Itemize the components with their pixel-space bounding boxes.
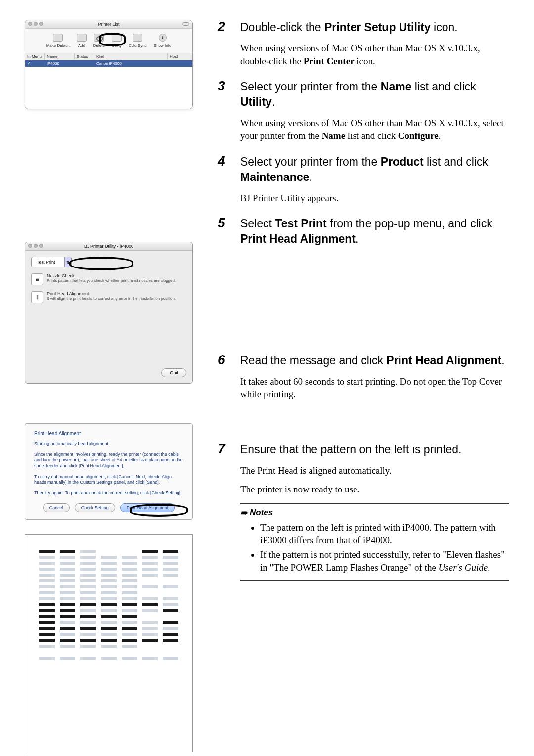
col-kind[interactable]: Kind: [94, 53, 168, 60]
minimize-icon[interactable]: [34, 22, 38, 26]
step-6: 6 Read the message and click Print Head …: [218, 353, 509, 407]
cancel-button[interactable]: Cancel: [43, 503, 70, 512]
dialog-title: Print Head Alignment: [34, 431, 183, 436]
minimize-icon[interactable]: [34, 244, 38, 248]
dialog-text: To carry out manual head alignment, clic…: [34, 474, 183, 486]
step-number: 7: [218, 442, 232, 581]
step-heading: Read the message and click Print Head Al…: [240, 353, 509, 368]
step-body: The printer is now ready to use.: [240, 483, 509, 496]
colorsync-icon: [133, 34, 142, 42]
step-number: 2: [218, 20, 232, 74]
toolbar-utility[interactable]: Utility: [112, 34, 122, 48]
toolbar-toggle-icon[interactable]: [182, 22, 189, 26]
window-title: BJ Printer Utility - iP4000: [84, 244, 134, 249]
note-item: If the pattern is not printed successful…: [260, 548, 509, 574]
step-heading: Ensure that the pattern on the left is p…: [240, 442, 509, 457]
step-body: It takes about 60 seconds to start print…: [240, 375, 509, 400]
notes-list: The pattern on the left is printed with …: [240, 521, 509, 574]
step-heading: Select Test Print from the pop-up menu, …: [240, 216, 509, 247]
dialog-text: Since the alignment involves printing, r…: [34, 452, 183, 469]
printer-icon: [53, 34, 63, 42]
add-printer-icon: [77, 34, 87, 42]
step-heading: Select your printer from the Product lis…: [240, 154, 509, 185]
toolbar-add[interactable]: Add: [77, 34, 87, 48]
figure-test-pattern: [25, 534, 193, 752]
step-body: When using versions of Mac OS other than…: [240, 42, 509, 67]
arrow-icon: ➨: [240, 507, 248, 518]
figure-alignment-dialog: Print Head Alignment Starting automatica…: [25, 423, 193, 520]
table-header: In Menu Name Status Kind Host: [25, 53, 192, 60]
nozzle-check-icon: ≡: [31, 273, 43, 285]
toolbar-make-default[interactable]: Make Default: [46, 34, 70, 48]
step-number: 3: [218, 79, 232, 149]
notes-heading: ➨ Notes: [240, 507, 509, 518]
delete-icon: [94, 34, 104, 42]
toolbar-delete[interactable]: Delete: [93, 34, 105, 48]
step-number: 6: [218, 353, 232, 407]
divider: [240, 580, 509, 581]
step-3: 3 Select your printer from the Name list…: [218, 79, 509, 149]
pattern-grid: [39, 550, 178, 660]
window-controls[interactable]: [28, 22, 43, 26]
window-title: Printer List: [98, 22, 119, 27]
utility-icon: [112, 34, 122, 42]
col-status[interactable]: Status: [75, 53, 94, 60]
table-body-empty: [25, 67, 192, 109]
step-5: 5 Select Test Print from the pop-up menu…: [218, 216, 509, 254]
quit-button[interactable]: Quit: [161, 368, 186, 377]
option-nozzle-check[interactable]: ≡ Nozzle Check Prints pattern that lets …: [31, 273, 186, 285]
divider: [240, 503, 509, 504]
table-row[interactable]: ✓ iP4000 Canon iP4000: [25, 60, 192, 67]
alignment-icon: ⦀: [31, 291, 43, 303]
option-desc: Prints pattern that lets you check wheth…: [47, 278, 176, 283]
step-body: When using versions of Mac OS other than…: [240, 117, 509, 142]
popup-menu[interactable]: Test Print ⇅: [31, 257, 72, 267]
step-body: The Print Head is aligned automatically.: [240, 464, 509, 477]
toolbar-colorsync[interactable]: ColorSync: [129, 34, 147, 48]
check-setting-button[interactable]: Check Setting: [75, 503, 115, 512]
toolbar: Make Default Add Delete Utility ColorSyn…: [25, 29, 192, 53]
col-name[interactable]: Name: [45, 53, 75, 60]
window-titlebar: Printer List: [25, 20, 192, 29]
step-number: 5: [218, 216, 232, 254]
figure-printer-list: Printer List Make Default Add Delete Uti…: [25, 20, 193, 109]
option-desc: It will align the print heads to correct…: [47, 296, 176, 301]
figure-bj-utility: BJ Printer Utility - iP4000 Test Print ⇅…: [25, 242, 193, 384]
dialog-text: Then try again. To print and check the c…: [34, 490, 183, 496]
option-title: Nozzle Check: [47, 273, 176, 278]
step-heading: Select your printer from the Name list a…: [240, 79, 509, 110]
option-print-head-alignment[interactable]: ⦀ Print Head Alignment It will align the…: [31, 291, 186, 303]
step-7: 7 Ensure that the pattern on the left is…: [218, 442, 509, 581]
note-item: The pattern on the left is printed with …: [260, 521, 509, 546]
zoom-icon[interactable]: [39, 22, 43, 26]
popup-value: Test Print: [32, 258, 64, 267]
option-title: Print Head Alignment: [47, 291, 176, 296]
cell-name: iP4000: [45, 60, 75, 67]
step-heading: Double-click the Printer Setup Utility i…: [240, 20, 509, 35]
zoom-icon[interactable]: [39, 244, 43, 248]
chevron-updown-icon: ⇅: [64, 257, 71, 267]
step-4: 4 Select your printer from the Product l…: [218, 154, 509, 212]
print-head-alignment-button[interactable]: Print Head Alignment: [120, 503, 175, 512]
col-host[interactable]: Host: [168, 53, 192, 60]
step-body: BJ Printer Utility appears.: [240, 192, 509, 205]
window-controls[interactable]: [28, 244, 43, 248]
dialog-text: Starting automatically head alignment.: [34, 441, 183, 447]
cell-kind: Canon iP4000: [94, 60, 168, 67]
toolbar-showinfo[interactable]: iShow Info: [154, 34, 172, 48]
col-inmenu[interactable]: In Menu: [25, 53, 45, 60]
info-icon: i: [159, 34, 167, 42]
step-number: 4: [218, 154, 232, 212]
close-icon[interactable]: [28, 244, 32, 248]
window-titlebar: BJ Printer Utility - iP4000: [25, 242, 192, 251]
step-2: 2 Double-click the Printer Setup Utility…: [218, 20, 509, 74]
close-icon[interactable]: [28, 22, 32, 26]
